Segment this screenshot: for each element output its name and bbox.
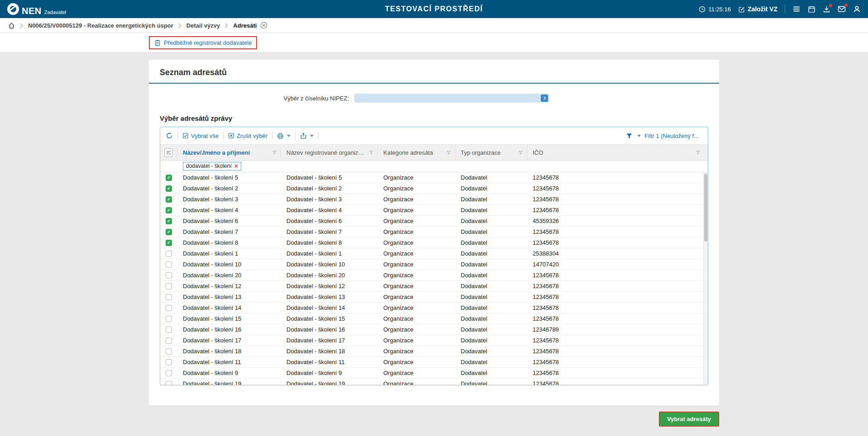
column-filter-icon[interactable] — [444, 150, 451, 155]
row-checkbox[interactable] — [160, 196, 177, 203]
table-row[interactable]: Dodavatel - školení 12 Dodavatel - škole… — [160, 281, 708, 292]
nen-logo[interactable]: NEN Zadavatel — [7, 3, 66, 15]
table-row[interactable]: Dodavatel - školení 2 Dodavatel - školen… — [160, 183, 708, 194]
column-chooser-icon[interactable] — [164, 148, 173, 157]
row-checkbox[interactable] — [160, 294, 177, 300]
cell-organization: Dodavatel - školení 13 — [281, 294, 378, 300]
table-row[interactable]: Dodavatel - školení 10 Dodavatel - škole… — [160, 259, 708, 270]
name-filter-tag-label: dodavatel - školení — [186, 163, 232, 169]
vertical-scrollbar[interactable] — [703, 173, 708, 385]
active-filter-selector[interactable]: Filtr 1 (Neuložený f... — [644, 133, 699, 139]
row-checkbox[interactable] — [160, 359, 177, 365]
checkbox-x-icon — [228, 133, 234, 139]
table-row[interactable]: Dodavatel - školení 18 Dodavatel - škole… — [160, 346, 708, 357]
cell-organization: Dodavatel - školení 14 — [281, 304, 378, 311]
row-checkbox[interactable] — [160, 348, 177, 355]
breadcrumb-item-procurement[interactable]: N006/25/V00005129 - Realizace energetick… — [28, 22, 173, 29]
chevron-right-icon — [178, 23, 181, 28]
name-filter-tag[interactable]: dodavatel - školení — [183, 162, 241, 171]
downloads-button[interactable] — [823, 5, 830, 13]
preregister-supplier-label: Předběžně registrovat dodavatele — [164, 39, 252, 46]
preregister-supplier-link[interactable]: Předběžně registrovat dodavatele — [149, 36, 257, 49]
cell-ico: 12345678 — [527, 228, 708, 235]
profile-button[interactable] — [853, 5, 861, 13]
cell-organization: Dodavatel - školení 7 — [281, 228, 378, 235]
table-row[interactable]: Dodavatel - školení 19 Dodavatel - škole… — [160, 379, 708, 385]
row-checkbox[interactable] — [160, 185, 177, 192]
table-row[interactable]: Dodavatel - školení 3 Dodavatel - školen… — [160, 194, 708, 205]
table-row[interactable]: Dodavatel - školení 5 Dodavatel - školen… — [160, 172, 708, 183]
row-checkbox[interactable] — [160, 261, 177, 268]
row-checkbox[interactable] — [160, 240, 177, 246]
row-checkbox[interactable] — [160, 381, 177, 386]
table-row[interactable]: Dodavatel - školení 20 Dodavatel - škole… — [160, 270, 708, 281]
column-header-category[interactable]: Kategorie adresáta — [378, 145, 455, 160]
row-checkbox[interactable] — [160, 283, 177, 289]
home-button[interactable] — [8, 22, 15, 29]
column-header-organization[interactable]: Název registrované organizace — [281, 145, 378, 160]
filter-active-icon[interactable] — [626, 133, 633, 139]
scrollbar-thumb[interactable] — [704, 174, 707, 242]
column-header-org-type[interactable]: Typ organizace — [455, 145, 527, 160]
nen-logo-icon — [7, 3, 19, 15]
row-checkbox[interactable] — [160, 175, 177, 181]
row-checkbox[interactable] — [160, 316, 177, 322]
table-row[interactable]: Dodavatel - školení 1 Dodavatel - školen… — [160, 248, 708, 259]
row-checkbox[interactable] — [160, 370, 177, 376]
column-filter-icon[interactable] — [693, 150, 701, 155]
table-row[interactable]: Dodavatel - školení 11 Dodavatel - škole… — [160, 357, 708, 368]
cell-org-type: Dodavatel — [455, 315, 527, 322]
table-row[interactable]: Dodavatel - školení 16 Dodavatel - škole… — [160, 324, 708, 335]
cell-org-type: Dodavatel — [455, 174, 527, 181]
menu-button[interactable] — [792, 5, 801, 13]
table-row[interactable]: Dodavatel - školení 6 Dodavatel - školen… — [160, 216, 708, 227]
table-row[interactable]: Dodavatel - školení 8 Dodavatel - školen… — [160, 237, 708, 248]
breadcrumb-item-adresati[interactable]: Adresáti — [233, 22, 257, 29]
nipez-select[interactable] — [354, 94, 549, 103]
table-row[interactable]: Dodavatel - školení 7 Dodavatel - školen… — [160, 227, 708, 237]
cell-category: Organizace — [378, 228, 455, 235]
cell-org-type: Dodavatel — [455, 261, 527, 268]
row-checkbox[interactable] — [160, 207, 177, 213]
row-checkbox[interactable] — [160, 218, 177, 224]
nipez-open-icon[interactable] — [541, 95, 548, 102]
column-filter-icon[interactable] — [515, 150, 523, 155]
row-checkbox[interactable] — [160, 251, 177, 257]
print-button[interactable] — [277, 133, 291, 139]
toolbar-divider — [223, 132, 224, 140]
select-addressees-button[interactable]: Vybrat adresáty — [659, 412, 719, 427]
breadcrumb-item-detail-vyzvy[interactable]: Detail výzvy — [186, 22, 220, 29]
cell-category: Organizace — [378, 294, 455, 300]
refresh-button[interactable] — [166, 132, 173, 139]
clear-selection-button[interactable]: Zrušit výběr — [228, 133, 267, 139]
calendar-button[interactable] — [808, 5, 816, 13]
row-checkbox[interactable] — [160, 337, 177, 344]
column-filter-icon[interactable] — [366, 150, 374, 155]
row-checkbox[interactable] — [160, 272, 177, 279]
cell-ico: 12345678 — [527, 304, 708, 311]
cell-name: Dodavatel - školení 3 — [177, 196, 281, 203]
table-row[interactable]: Dodavatel - školení 14 Dodavatel - škole… — [160, 303, 708, 313]
close-tab-icon[interactable] — [260, 22, 267, 29]
messages-button[interactable] — [838, 5, 846, 13]
column-header-ico[interactable]: IČO — [527, 145, 708, 160]
table-row[interactable]: Dodavatel - školení 15 Dodavatel - škole… — [160, 313, 708, 324]
row-checkbox[interactable] — [160, 327, 177, 333]
row-checkbox[interactable] — [160, 229, 177, 235]
cell-name: Dodavatel - školení 11 — [177, 359, 281, 365]
create-vz-button[interactable]: Založit VZ — [738, 5, 777, 13]
select-all-button[interactable]: Vybrat vše — [182, 133, 219, 139]
table-row[interactable]: Dodavatel - školení 17 Dodavatel - škole… — [160, 335, 708, 346]
header-divider — [785, 5, 785, 14]
export-button[interactable] — [300, 133, 314, 139]
cell-org-type: Dodavatel — [455, 283, 527, 289]
table-header: Název/Jméno a příjmení Název registrovan… — [160, 144, 708, 161]
table-row[interactable]: Dodavatel - školení 4 Dodavatel - školen… — [160, 205, 708, 216]
caret-down-icon[interactable] — [637, 135, 641, 137]
column-header-name[interactable]: Název/Jméno a příjmení — [177, 145, 281, 160]
row-checkbox[interactable] — [160, 305, 177, 311]
table-row[interactable]: Dodavatel - školení 9 Dodavatel - školen… — [160, 368, 708, 379]
column-filter-icon[interactable] — [269, 150, 277, 155]
remove-filter-icon[interactable] — [234, 164, 238, 168]
table-row[interactable]: Dodavatel - školení 13 Dodavatel - škole… — [160, 292, 708, 303]
